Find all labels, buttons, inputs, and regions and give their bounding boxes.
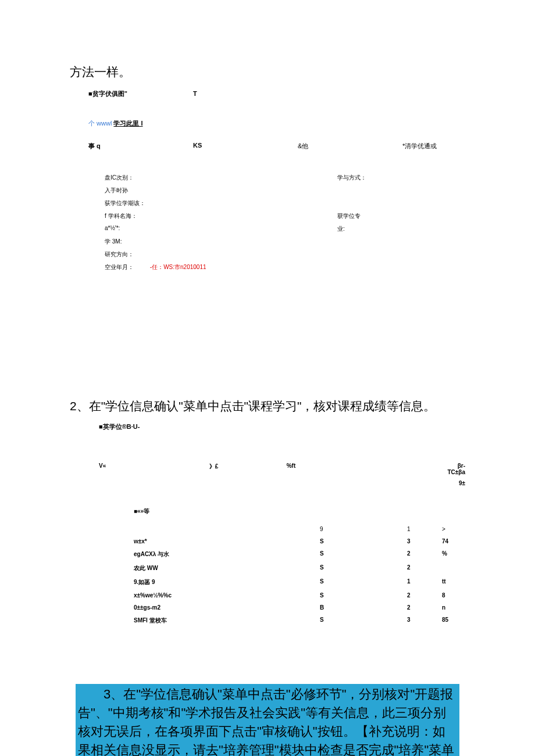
- red-note: -任：WS:市n2010011: [150, 264, 206, 270]
- cell: 9.如菡 9: [134, 578, 320, 586]
- cell: 1: [407, 578, 442, 586]
- cell: S: [320, 564, 407, 572]
- form-label: 业:: [337, 225, 345, 233]
- form-row: 空业年月： -任：WS:市n2010011: [105, 263, 465, 271]
- cell: 2: [407, 564, 442, 572]
- cell: 9: [320, 526, 407, 532]
- cell: 0±±gs-m2: [134, 604, 320, 611]
- form-label: 空业年月： -任：WS:市n2010011: [105, 263, 337, 271]
- form-label: 学 3M:: [105, 238, 337, 246]
- table-row: x±%we½%%c S 2 8: [134, 592, 465, 599]
- cell: S: [320, 578, 407, 586]
- cell: 3: [407, 538, 442, 544]
- highlight-text: 3、在"学位信息确认"菜单中点击"必修环节"，分别核对"开题报告"、"中期考核"…: [78, 687, 454, 756]
- tab-col[interactable]: 》£: [209, 463, 287, 475]
- cell: 74: [442, 538, 465, 544]
- form-row: a*½'*: 业:: [105, 225, 465, 233]
- link-prefix: 个 wwwl: [88, 120, 113, 127]
- tab-others[interactable]: &他: [298, 142, 333, 151]
- form-label: 荻学位学期该：: [105, 199, 337, 207]
- figure-2-table: 9 1 > w±x* S 3 74 egACXλ 与水 S 2 % 农此 WW …: [134, 526, 465, 625]
- cell: >: [442, 526, 465, 532]
- table-row: egACXλ 与水 S 2 %: [134, 550, 465, 558]
- figure-1-title: ■贫字伏俱图" T: [88, 89, 465, 98]
- cell: 85: [442, 617, 465, 625]
- form-row: 荻学位学期该：: [105, 199, 465, 207]
- cell: S: [320, 617, 407, 625]
- cell: 2: [407, 550, 442, 558]
- cell: tt: [442, 578, 465, 586]
- figure-1-title-text: ■贫字伏俱图": [88, 90, 127, 97]
- form-label: 学与方式：: [337, 174, 366, 182]
- figure-1-tabs: 事 q KS &他 *清学优通或: [88, 142, 465, 151]
- form-label: a*½'*:: [105, 225, 337, 233]
- step-3-highlight: 3、在"学位信息确认"菜单中点击"必修环节"，分别核对"开题报告"、"中期考核"…: [76, 684, 459, 756]
- cell: w±x*: [134, 538, 320, 544]
- table-row: w±x* S 3 74: [134, 538, 465, 544]
- table-row: 9.如菡 9 S 1 tt: [134, 578, 465, 586]
- cell: S: [320, 550, 407, 558]
- form-label: f 学科名海：: [105, 212, 337, 220]
- form-label: 盘IC次别：: [105, 174, 337, 182]
- tab-q[interactable]: 事 q: [88, 142, 123, 151]
- form-row: 盘IC次别： 学与方式：: [105, 174, 465, 182]
- form-row: 入手时孙: [105, 187, 465, 195]
- figure-2: ■英学位®B·U- V« 》£ %ft βr-TC±βa 9± ■«»等 9 1…: [99, 422, 465, 625]
- form-label: 入手时孙: [105, 187, 337, 195]
- tab-ks[interactable]: KS: [193, 142, 228, 151]
- cell: 3: [407, 617, 442, 625]
- table-row: 农此 WW S 2: [134, 564, 465, 572]
- figure-1: ■贫字伏俱图" T 个 wwwl 学习此里 I 事 q KS &他 *清学优通或…: [88, 89, 465, 271]
- cell: x±%we½%%c: [134, 592, 320, 599]
- cell: S: [320, 592, 407, 599]
- step-2-text: 2、在"学位信息确认"菜单中点击"课程学习"，核对课程成绩等信息。: [70, 398, 465, 414]
- figure-2-right-label: 9±: [99, 480, 465, 486]
- figure-2-section: ■«»等: [134, 507, 465, 515]
- form-row: f 学科名海： 获学位专: [105, 212, 465, 220]
- cell: 农此 WW: [134, 564, 320, 572]
- form-row: 学 3M:: [105, 238, 465, 246]
- figure-1-t: T: [193, 90, 197, 97]
- figure-2-title: ■英学位®B·U-: [99, 422, 465, 431]
- table-row: 9 1 >: [134, 526, 465, 532]
- label-text: 空业年月：: [105, 264, 134, 270]
- form-label: 获学位专: [337, 212, 361, 220]
- tab-col[interactable]: βr-TC±βa: [441, 463, 465, 475]
- tab-right[interactable]: *清学优通或: [402, 142, 437, 151]
- table-row: SMFI 堂校车 S 3 85: [134, 617, 465, 625]
- figure-1-form: 盘IC次别： 学与方式： 入手时孙 荻学位学期该： f 学科名海： 获学位专 a…: [105, 174, 465, 271]
- cell: 1: [407, 526, 442, 532]
- cell: SMFI 堂校车: [134, 617, 320, 625]
- cell: n: [442, 604, 465, 611]
- cell: 2: [407, 592, 442, 599]
- table-row: 0±±gs-m2 B 2 n: [134, 604, 465, 611]
- tab-col[interactable]: %ft: [287, 463, 441, 475]
- cell: %: [442, 550, 465, 558]
- cell: egACXλ 与水: [134, 550, 320, 558]
- form-row: 研究方向：: [105, 250, 465, 259]
- form-label: 研究方向：: [105, 250, 337, 259]
- cell: 8: [442, 592, 465, 599]
- cell: S: [320, 538, 407, 544]
- figure-1-link[interactable]: 个 wwwl 学习此里 I: [88, 119, 465, 128]
- intro-text: 方法一样。: [70, 64, 465, 80]
- cell: [442, 564, 465, 572]
- cell: B: [320, 604, 407, 611]
- link-text: 学习此里 I: [113, 120, 142, 127]
- cell: 2: [407, 604, 442, 611]
- tab-col[interactable]: V«: [99, 463, 209, 475]
- figure-2-tabs: V« 》£ %ft βr-TC±βa: [99, 463, 465, 475]
- cell: [134, 526, 320, 532]
